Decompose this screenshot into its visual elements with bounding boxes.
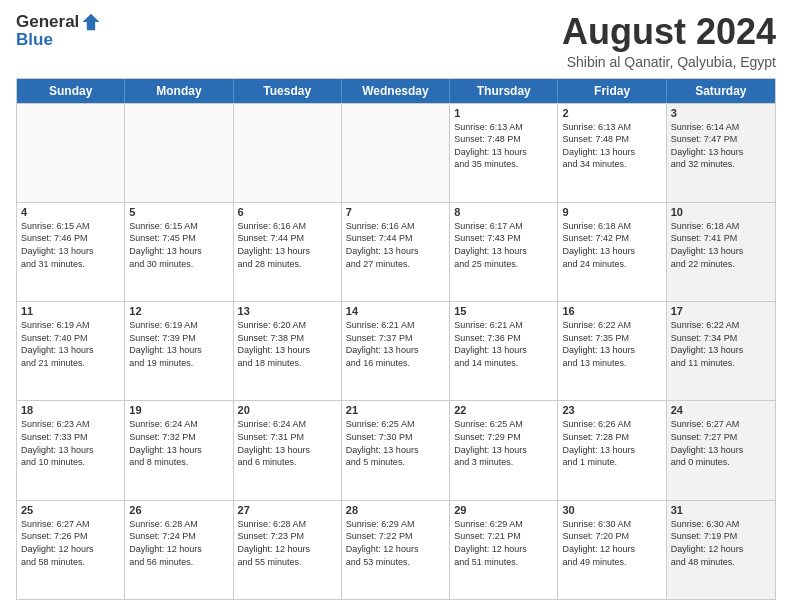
logo-blue: Blue <box>16 30 53 50</box>
day-info: Sunrise: 6:24 AM Sunset: 7:32 PM Dayligh… <box>129 418 228 468</box>
day-info: Sunrise: 6:17 AM Sunset: 7:43 PM Dayligh… <box>454 220 553 270</box>
day-info: Sunrise: 6:19 AM Sunset: 7:40 PM Dayligh… <box>21 319 120 369</box>
day-info: Sunrise: 6:27 AM Sunset: 7:27 PM Dayligh… <box>671 418 771 468</box>
calendar-day-5: 5Sunrise: 6:15 AM Sunset: 7:45 PM Daylig… <box>125 203 233 301</box>
svg-marker-0 <box>83 14 100 31</box>
calendar-day-6: 6Sunrise: 6:16 AM Sunset: 7:44 PM Daylig… <box>234 203 342 301</box>
day-info: Sunrise: 6:15 AM Sunset: 7:46 PM Dayligh… <box>21 220 120 270</box>
calendar-day-11: 11Sunrise: 6:19 AM Sunset: 7:40 PM Dayli… <box>17 302 125 400</box>
day-number: 31 <box>671 504 771 516</box>
calendar-header: SundayMondayTuesdayWednesdayThursdayFrid… <box>17 79 775 103</box>
month-title: August 2024 <box>562 12 776 52</box>
calendar-day-27: 27Sunrise: 6:28 AM Sunset: 7:23 PM Dayli… <box>234 501 342 599</box>
day-number: 27 <box>238 504 337 516</box>
calendar-day-31: 31Sunrise: 6:30 AM Sunset: 7:19 PM Dayli… <box>667 501 775 599</box>
calendar-day-4: 4Sunrise: 6:15 AM Sunset: 7:46 PM Daylig… <box>17 203 125 301</box>
calendar-day-23: 23Sunrise: 6:26 AM Sunset: 7:28 PM Dayli… <box>558 401 666 499</box>
day-info: Sunrise: 6:19 AM Sunset: 7:39 PM Dayligh… <box>129 319 228 369</box>
day-number: 21 <box>346 404 445 416</box>
day-number: 9 <box>562 206 661 218</box>
page: General Blue August 2024 Shibin al Qanat… <box>0 0 792 612</box>
calendar-day-9: 9Sunrise: 6:18 AM Sunset: 7:42 PM Daylig… <box>558 203 666 301</box>
day-info: Sunrise: 6:28 AM Sunset: 7:24 PM Dayligh… <box>129 518 228 568</box>
day-number: 23 <box>562 404 661 416</box>
day-number: 25 <box>21 504 120 516</box>
day-info: Sunrise: 6:13 AM Sunset: 7:48 PM Dayligh… <box>454 121 553 171</box>
day-info: Sunrise: 6:29 AM Sunset: 7:21 PM Dayligh… <box>454 518 553 568</box>
calendar-day-18: 18Sunrise: 6:23 AM Sunset: 7:33 PM Dayli… <box>17 401 125 499</box>
day-info: Sunrise: 6:21 AM Sunset: 7:37 PM Dayligh… <box>346 319 445 369</box>
day-number: 6 <box>238 206 337 218</box>
calendar-row-3: 11Sunrise: 6:19 AM Sunset: 7:40 PM Dayli… <box>17 301 775 400</box>
weekday-header-saturday: Saturday <box>667 79 775 103</box>
logo-text: General <box>16 12 101 32</box>
weekday-header-friday: Friday <box>558 79 666 103</box>
day-info: Sunrise: 6:18 AM Sunset: 7:41 PM Dayligh… <box>671 220 771 270</box>
title-block: August 2024 Shibin al Qanatir, Qalyubia,… <box>562 12 776 70</box>
calendar: SundayMondayTuesdayWednesdayThursdayFrid… <box>16 78 776 600</box>
day-info: Sunrise: 6:22 AM Sunset: 7:34 PM Dayligh… <box>671 319 771 369</box>
day-number: 8 <box>454 206 553 218</box>
day-info: Sunrise: 6:13 AM Sunset: 7:48 PM Dayligh… <box>562 121 661 171</box>
day-info: Sunrise: 6:16 AM Sunset: 7:44 PM Dayligh… <box>238 220 337 270</box>
day-number: 30 <box>562 504 661 516</box>
calendar-row-4: 18Sunrise: 6:23 AM Sunset: 7:33 PM Dayli… <box>17 400 775 499</box>
weekday-header-monday: Monday <box>125 79 233 103</box>
header: General Blue August 2024 Shibin al Qanat… <box>16 12 776 70</box>
calendar-day-30: 30Sunrise: 6:30 AM Sunset: 7:20 PM Dayli… <box>558 501 666 599</box>
weekday-header-thursday: Thursday <box>450 79 558 103</box>
day-number: 13 <box>238 305 337 317</box>
calendar-day-22: 22Sunrise: 6:25 AM Sunset: 7:29 PM Dayli… <box>450 401 558 499</box>
day-number: 1 <box>454 107 553 119</box>
calendar-empty-cell <box>342 104 450 202</box>
calendar-day-28: 28Sunrise: 6:29 AM Sunset: 7:22 PM Dayli… <box>342 501 450 599</box>
calendar-day-13: 13Sunrise: 6:20 AM Sunset: 7:38 PM Dayli… <box>234 302 342 400</box>
calendar-day-24: 24Sunrise: 6:27 AM Sunset: 7:27 PM Dayli… <box>667 401 775 499</box>
calendar-day-25: 25Sunrise: 6:27 AM Sunset: 7:26 PM Dayli… <box>17 501 125 599</box>
day-number: 5 <box>129 206 228 218</box>
day-number: 14 <box>346 305 445 317</box>
day-info: Sunrise: 6:18 AM Sunset: 7:42 PM Dayligh… <box>562 220 661 270</box>
calendar-empty-cell <box>234 104 342 202</box>
logo-icon <box>81 12 101 32</box>
calendar-day-29: 29Sunrise: 6:29 AM Sunset: 7:21 PM Dayli… <box>450 501 558 599</box>
calendar-day-16: 16Sunrise: 6:22 AM Sunset: 7:35 PM Dayli… <box>558 302 666 400</box>
day-number: 19 <box>129 404 228 416</box>
day-info: Sunrise: 6:25 AM Sunset: 7:29 PM Dayligh… <box>454 418 553 468</box>
calendar-day-1: 1Sunrise: 6:13 AM Sunset: 7:48 PM Daylig… <box>450 104 558 202</box>
day-info: Sunrise: 6:29 AM Sunset: 7:22 PM Dayligh… <box>346 518 445 568</box>
calendar-day-14: 14Sunrise: 6:21 AM Sunset: 7:37 PM Dayli… <box>342 302 450 400</box>
calendar-empty-cell <box>125 104 233 202</box>
day-info: Sunrise: 6:21 AM Sunset: 7:36 PM Dayligh… <box>454 319 553 369</box>
day-number: 7 <box>346 206 445 218</box>
day-info: Sunrise: 6:14 AM Sunset: 7:47 PM Dayligh… <box>671 121 771 171</box>
day-number: 4 <box>21 206 120 218</box>
day-number: 2 <box>562 107 661 119</box>
calendar-day-10: 10Sunrise: 6:18 AM Sunset: 7:41 PM Dayli… <box>667 203 775 301</box>
day-info: Sunrise: 6:22 AM Sunset: 7:35 PM Dayligh… <box>562 319 661 369</box>
calendar-day-12: 12Sunrise: 6:19 AM Sunset: 7:39 PM Dayli… <box>125 302 233 400</box>
logo-general: General <box>16 12 79 32</box>
calendar-day-7: 7Sunrise: 6:16 AM Sunset: 7:44 PM Daylig… <box>342 203 450 301</box>
day-number: 22 <box>454 404 553 416</box>
logo: General Blue <box>16 12 101 50</box>
weekday-header-wednesday: Wednesday <box>342 79 450 103</box>
calendar-day-2: 2Sunrise: 6:13 AM Sunset: 7:48 PM Daylig… <box>558 104 666 202</box>
day-number: 24 <box>671 404 771 416</box>
day-info: Sunrise: 6:30 AM Sunset: 7:19 PM Dayligh… <box>671 518 771 568</box>
day-info: Sunrise: 6:26 AM Sunset: 7:28 PM Dayligh… <box>562 418 661 468</box>
day-number: 17 <box>671 305 771 317</box>
day-info: Sunrise: 6:28 AM Sunset: 7:23 PM Dayligh… <box>238 518 337 568</box>
day-number: 20 <box>238 404 337 416</box>
day-number: 15 <box>454 305 553 317</box>
day-info: Sunrise: 6:25 AM Sunset: 7:30 PM Dayligh… <box>346 418 445 468</box>
calendar-row-5: 25Sunrise: 6:27 AM Sunset: 7:26 PM Dayli… <box>17 500 775 599</box>
weekday-header-sunday: Sunday <box>17 79 125 103</box>
day-number: 29 <box>454 504 553 516</box>
calendar-day-20: 20Sunrise: 6:24 AM Sunset: 7:31 PM Dayli… <box>234 401 342 499</box>
calendar-day-26: 26Sunrise: 6:28 AM Sunset: 7:24 PM Dayli… <box>125 501 233 599</box>
calendar-day-17: 17Sunrise: 6:22 AM Sunset: 7:34 PM Dayli… <box>667 302 775 400</box>
calendar-row-1: 1Sunrise: 6:13 AM Sunset: 7:48 PM Daylig… <box>17 103 775 202</box>
day-info: Sunrise: 6:30 AM Sunset: 7:20 PM Dayligh… <box>562 518 661 568</box>
calendar-day-15: 15Sunrise: 6:21 AM Sunset: 7:36 PM Dayli… <box>450 302 558 400</box>
